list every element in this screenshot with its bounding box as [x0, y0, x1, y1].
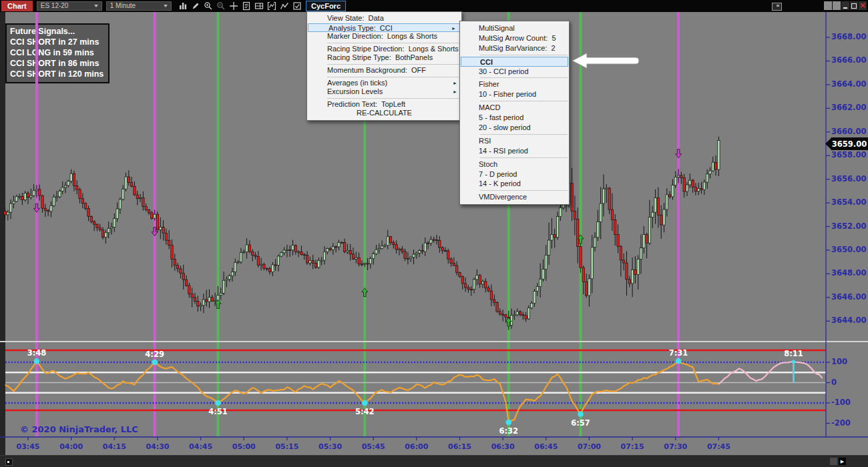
- menu-item-stoch[interactable]: Stoch: [460, 159, 569, 169]
- menu-item-multisignal[interactable]: MultiSignal: [460, 23, 569, 33]
- racing-stripe-4:51: [216, 12, 219, 437]
- menu-item-marker-direction-longs-shorts[interactable]: Marker Direction: Longs & Shorts: [307, 32, 461, 41]
- signal-dot-6:32: [505, 420, 511, 426]
- time-tick-label: 07:30: [661, 442, 690, 451]
- price-tick-label: 3660.00: [831, 127, 866, 136]
- menu-item-label: 30 - CCI period: [479, 67, 529, 75]
- time-tick-label: 04:00: [57, 442, 86, 451]
- time-tick-label: 06:15: [445, 442, 475, 451]
- menu-item-fisher[interactable]: Fisher: [460, 79, 569, 89]
- price-tick-label: 3646.00: [831, 292, 866, 302]
- data-series-icon[interactable]: [242, 1, 251, 11]
- menu-separator: [480, 101, 568, 101]
- minimize-button[interactable]: [841, 1, 849, 10]
- menu-item-re-calculate[interactable]: RE-CALCULATE: [307, 109, 461, 118]
- future-signal-line: CCI LONG in 59 mins: [10, 47, 105, 58]
- menu-item-multsig-arrow-count-5[interactable]: MultSig Arrow Count: 5: [460, 33, 569, 43]
- menu-item-label: 7 - D period: [479, 170, 517, 178]
- chart-trader-icon[interactable]: [254, 1, 264, 11]
- layout-button-2[interactable]: [833, 1, 841, 10]
- menu-item-analysis-type-cci[interactable]: Analysis Type: CCI►: [308, 23, 461, 33]
- menu-item-label: RSI: [479, 137, 491, 145]
- menu-separator: [327, 98, 460, 99]
- instrument-dropdown[interactable]: ES 12-20: [37, 1, 102, 11]
- time-tick-label: 04:30: [143, 442, 172, 451]
- scroll-right-button[interactable]: ▶: [839, 458, 846, 465]
- time-tick-label: 06:45: [531, 442, 561, 451]
- menu-item-prediction-text-topleft[interactable]: Prediction Text: TopLeft: [307, 100, 461, 109]
- cci-line: [5, 361, 719, 422]
- menu-item-multsig-barvariance-2[interactable]: MultSig BarVariance: 2: [460, 43, 569, 53]
- menu-item-label: 10 - Fisher period: [479, 90, 536, 98]
- menu-item-macd[interactable]: MACD: [460, 103, 569, 113]
- ninjatrader-chart-window: Chart ES 12-20 1 Minute CycForc ✕ Future…: [0, 0, 868, 467]
- time-tick-label: 06:00: [402, 442, 431, 451]
- price-tick-label: 3648.00: [831, 268, 866, 278]
- menu-item-racing-stripe-type-bothpanels[interactable]: Racing Stripe Type: BothPanels: [307, 53, 461, 63]
- menu-item-14-rsi-period[interactable]: 14 - RSI period: [460, 146, 569, 156]
- pointer-arrow-icon: [570, 51, 644, 71]
- menu-item-7-d-period[interactable]: 7 - D period: [460, 169, 569, 179]
- menu-item-vmdivergence[interactable]: VMDivergence: [460, 192, 569, 202]
- racing-stripe-7:31: [677, 12, 680, 437]
- crosshair-icon[interactable]: [229, 1, 238, 11]
- bottom-bar: ▶: [0, 455, 868, 467]
- signal-dot-4:29: [152, 360, 158, 366]
- taskbar-app-icon[interactable]: [5, 458, 13, 466]
- zoom-in-icon[interactable]: [204, 1, 213, 11]
- future-signal-line: CCI SHORT in 86 mins: [10, 58, 105, 69]
- menu-item-label: 5 - fast period: [479, 113, 523, 121]
- menu-item-racing-stripe-direction-longs-shorts[interactable]: Racing Stripe Direction: Longs & Shorts: [307, 45, 461, 54]
- submenu-arrow-icon: ►: [453, 87, 457, 97]
- menu-item-momentum-background-off[interactable]: Momentum Background: OFF: [307, 66, 461, 75]
- menu-separator: [327, 64, 460, 65]
- signal-dot-4:51: [215, 400, 221, 406]
- menu-item-14-k-period[interactable]: 14 - K period: [460, 179, 569, 189]
- menu-item-label: 14 - K period: [479, 179, 521, 187]
- time-tick-label: 04:45: [186, 442, 216, 451]
- drawing-tools-icon[interactable]: [280, 1, 289, 11]
- menu-item-view-state-data[interactable]: View State: Data: [307, 14, 461, 23]
- menu-item-label: RE-CALCULATE: [357, 109, 412, 117]
- menu-item-averages-in-ticks[interactable]: Averages (in ticks)►: [307, 79, 461, 88]
- time-tick-label: 05:00: [229, 442, 258, 451]
- menu-item-rsi[interactable]: RSI: [460, 136, 569, 146]
- signal-time-label: 6:57: [571, 418, 590, 428]
- chevron-down-icon: [94, 5, 98, 7]
- window-panel-icon[interactable]: [772, 3, 782, 11]
- indicators-icon[interactable]: [267, 1, 276, 11]
- time-tick-label: 05:30: [316, 442, 345, 451]
- menu-item-30-cci-period[interactable]: 30 - CCI period: [460, 67, 569, 77]
- layout-button-1[interactable]: [824, 1, 832, 10]
- last-price-tag: 3659.00: [825, 137, 868, 150]
- candlestick-series: [4, 137, 720, 330]
- draw-icon[interactable]: [191, 1, 200, 11]
- bar-type-icon[interactable]: [178, 1, 188, 11]
- maximize-button[interactable]: [850, 1, 858, 10]
- cycforc-menu-button[interactable]: CycForc: [306, 1, 346, 11]
- menu-item-excursion-levels[interactable]: Excursion Levels►: [307, 87, 461, 97]
- long-arrow-icon-6:57: [578, 235, 584, 244]
- price-tick-label: 3650.00: [831, 245, 866, 254]
- cci-tick-label: -200: [831, 418, 851, 428]
- racing-stripe-4:29: [154, 12, 156, 437]
- time-tick-label: 07:00: [574, 442, 604, 451]
- grid-button[interactable]: [830, 458, 837, 465]
- racing-stripe-6:57: [580, 12, 582, 437]
- menu-item-10-fisher-period[interactable]: 10 - Fisher period: [460, 89, 569, 99]
- zoom-out-icon[interactable]: [216, 1, 226, 11]
- interval-dropdown[interactable]: 1 Minute: [106, 1, 172, 11]
- time-tick-label: 07:45: [704, 442, 733, 451]
- price-tick-label: 3654.00: [831, 197, 866, 207]
- properties-icon[interactable]: [292, 1, 302, 11]
- close-button[interactable]: ✕: [859, 1, 867, 10]
- signal-time-label: 4:29: [145, 350, 164, 359]
- menu-item-5-fast-period[interactable]: 5 - fast period: [460, 113, 569, 123]
- short-arrow-icon-7:31: [676, 149, 682, 158]
- signal-time-label: 7:31: [669, 348, 688, 358]
- chart-tab[interactable]: Chart: [1, 1, 33, 11]
- menu-item-20-slow-period[interactable]: 20 - slow period: [460, 123, 569, 133]
- menu-item-cci[interactable]: CCI: [461, 57, 568, 67]
- signal-dot-5:42: [362, 400, 368, 406]
- future-signals-box: Future Signals...CCI SHORT in 27 minsCCI…: [5, 23, 110, 83]
